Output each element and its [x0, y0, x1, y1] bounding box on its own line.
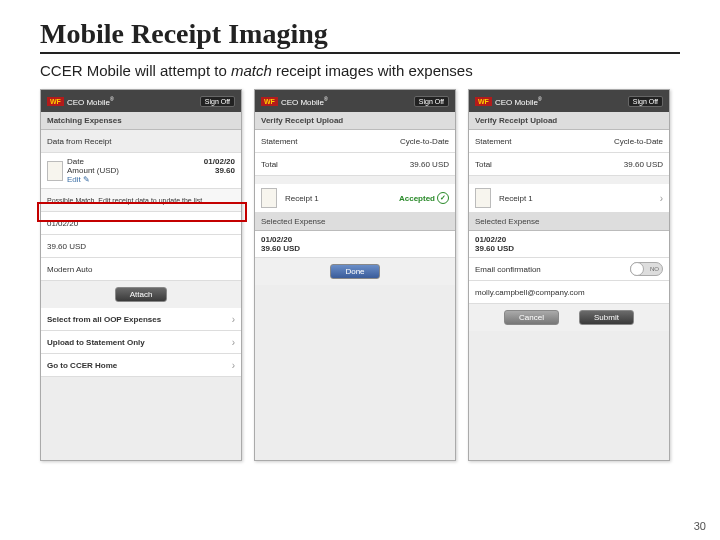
- receipt-label: Receipt 1: [281, 194, 399, 203]
- done-button[interactable]: Done: [330, 264, 379, 279]
- expense-date: 01/02/20: [41, 212, 241, 235]
- amount-value: 39.60: [215, 166, 235, 175]
- app-brand: CEO Mobile®: [281, 96, 328, 107]
- app-brand: CEO Mobile®: [495, 96, 542, 107]
- selected-expense-row: 01/02/2039.60 USD: [255, 231, 455, 258]
- wf-logo: WF: [475, 97, 492, 106]
- section-verify: Verify Receipt Upload: [255, 112, 455, 130]
- option-ccer-home[interactable]: Go to CCER Home›: [41, 354, 241, 377]
- sign-off-button[interactable]: Sign Off: [200, 96, 235, 107]
- option-select-oop[interactable]: Select from all OOP Expenses›: [41, 308, 241, 331]
- sign-off-button[interactable]: Sign Off: [628, 96, 663, 107]
- app-header: WFCEO Mobile® Sign Off: [255, 90, 455, 112]
- phone-verify-done: WFCEO Mobile® Sign Off Verify Receipt Up…: [254, 89, 456, 461]
- section-verify: Verify Receipt Upload: [469, 112, 669, 130]
- receipt-thumb-icon: [475, 188, 491, 208]
- attach-row: Attach: [41, 281, 241, 308]
- wf-logo: WF: [261, 97, 278, 106]
- possible-match-message: Possible Match. Edit receipt data to upd…: [41, 189, 241, 212]
- section-selected-expense: Selected Expense: [255, 213, 455, 231]
- section-selected-expense: Selected Expense: [469, 213, 669, 231]
- receipt-row[interactable]: Receipt 1 Accepted✓: [255, 184, 455, 213]
- edit-link[interactable]: Edit ✎: [67, 175, 235, 184]
- receipt-data-row: Date01/02/20 Amount (USD)39.60 Edit ✎: [41, 153, 241, 189]
- check-icon: ✓: [437, 192, 449, 204]
- phone-verify-submit: WFCEO Mobile® Sign Off Verify Receipt Up…: [468, 89, 670, 461]
- subsection-data-from-receipt: Data from Receipt: [41, 130, 241, 153]
- slide-title: Mobile Receipt Imaging: [40, 18, 680, 54]
- page-number: 30: [694, 520, 706, 532]
- app-header: WFCEO Mobile® Sign Off: [41, 90, 241, 112]
- receipt-thumb-icon: [261, 188, 277, 208]
- wf-logo: WF: [47, 97, 64, 106]
- date-value: 01/02/20: [204, 157, 235, 166]
- chevron-right-icon: ›: [232, 314, 235, 325]
- slide-subtitle: CCER Mobile will attempt to match receip…: [40, 62, 680, 79]
- email-toggle[interactable]: NO: [630, 262, 663, 276]
- option-upload-statement[interactable]: Upload to Statement Only›: [41, 331, 241, 354]
- chevron-right-icon: ›: [232, 337, 235, 348]
- receipt-label: Receipt 1: [495, 194, 660, 203]
- receipt-thumb-icon: [47, 161, 63, 181]
- statement-cycle-row: StatementCycle-to-Date: [255, 130, 455, 153]
- app-brand: CEO Mobile®: [67, 96, 114, 107]
- statement-cycle-row: StatementCycle-to-Date: [469, 130, 669, 153]
- selected-expense-row: 01/02/2039.60 USD: [469, 231, 669, 258]
- cancel-button[interactable]: Cancel: [504, 310, 559, 325]
- accepted-status: Accepted✓: [399, 192, 449, 204]
- submit-button[interactable]: Submit: [579, 310, 634, 325]
- sign-off-button[interactable]: Sign Off: [414, 96, 449, 107]
- chevron-right-icon: ›: [660, 193, 663, 204]
- amount-label: Amount (USD): [67, 166, 119, 175]
- cancel-submit-row: Cancel Submit: [469, 304, 669, 331]
- date-label: Date: [67, 157, 84, 166]
- chevron-right-icon: ›: [232, 360, 235, 371]
- email-confirmation-row: Email confirmation NO: [469, 258, 669, 281]
- attach-button[interactable]: Attach: [115, 287, 168, 302]
- done-row: Done: [255, 258, 455, 285]
- receipt-row[interactable]: Receipt 1 ›: [469, 184, 669, 213]
- total-row: Total39.60 USD: [469, 153, 669, 176]
- email-value-row: molly.campbell@company.com: [469, 281, 669, 304]
- expense-vendor: Modern Auto: [41, 258, 241, 281]
- expense-amount: 39.60 USD: [41, 235, 241, 258]
- section-matching: Matching Expenses: [41, 112, 241, 130]
- app-header: WFCEO Mobile® Sign Off: [469, 90, 669, 112]
- total-row: Total39.60 USD: [255, 153, 455, 176]
- phone-matching: WFCEO Mobile® Sign Off Matching Expenses…: [40, 89, 242, 461]
